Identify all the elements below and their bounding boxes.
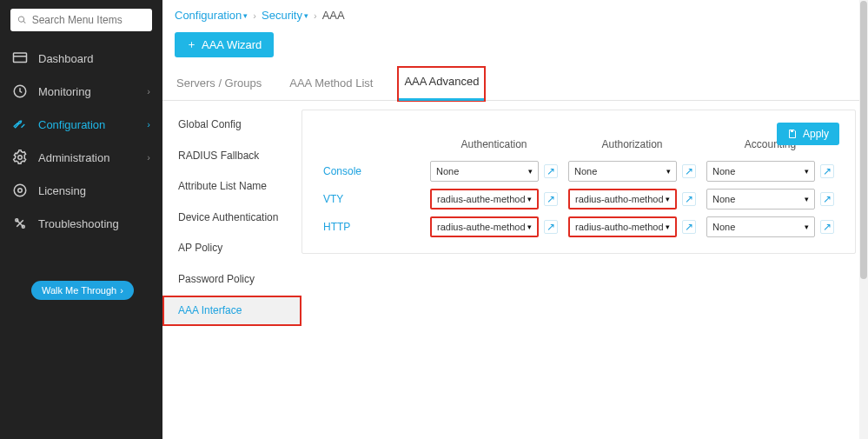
nav-item-configuration[interactable]: Configuration ›: [0, 108, 162, 141]
monitoring-icon: [12, 83, 28, 99]
tab-aaa-method-list[interactable]: AAA Method List: [288, 68, 374, 100]
svg-point-5: [18, 189, 23, 193]
col-header-authn: Authentication: [425, 138, 563, 157]
aaa-wizard-button[interactable]: AAA Wizard: [175, 32, 274, 57]
walk-me-through-button[interactable]: Walk Me Through ›: [31, 281, 134, 300]
select-vty-authn[interactable]: radius-authe-method ▾: [430, 189, 539, 210]
popout-icon[interactable]: ↗: [544, 220, 558, 234]
vertical-scrollbar[interactable]: [859, 0, 868, 439]
subnav-attribute-list-name[interactable]: Attribute List Name: [162, 171, 301, 203]
row-label-http[interactable]: HTTP: [323, 221, 350, 233]
nav-item-licensing[interactable]: Licensing: [0, 174, 162, 207]
caret-down-icon: ▾: [243, 11, 248, 20]
popout-icon[interactable]: ↗: [820, 220, 834, 234]
workarea: Global Config RADIUS Fallback Attribute …: [162, 101, 868, 439]
breadcrumb-sep: ›: [314, 10, 317, 21]
subnav: Global Config RADIUS Fallback Attribute …: [162, 101, 301, 439]
select-vty-authz[interactable]: radius-autho-method ▾: [568, 189, 677, 210]
nav-item-monitoring[interactable]: Monitoring ›: [0, 75, 162, 108]
select-value: None: [574, 166, 597, 176]
search-box[interactable]: [10, 9, 152, 31]
row-label-vty[interactable]: VTY: [323, 193, 343, 205]
breadcrumb: Configuration ▾ › Security ▾ › AAA: [162, 0, 868, 25]
subnav-ap-policy[interactable]: AP Policy: [162, 233, 301, 264]
nav-label: Monitoring: [38, 85, 91, 98]
caret-down-icon: ▾: [805, 223, 809, 231]
save-icon: [787, 129, 798, 139]
breadcrumb-label: Configuration: [175, 9, 242, 22]
breadcrumb-label: Security: [262, 9, 302, 22]
breadcrumb-configuration[interactable]: Configuration ▾: [175, 9, 248, 22]
apply-button[interactable]: Apply: [777, 123, 839, 145]
table-row: HTTP radius-authe-method ▾ ↗ radius-auth…: [318, 213, 839, 241]
select-value: radius-authe-method: [437, 194, 526, 204]
caret-down-icon: ▾: [527, 195, 532, 203]
select-value: None: [436, 166, 459, 176]
select-http-authz[interactable]: radius-autho-method ▾: [568, 216, 677, 237]
caret-down-icon: ▾: [805, 167, 809, 176]
caret-down-icon: ▾: [805, 195, 809, 203]
select-console-authz[interactable]: None ▾: [568, 161, 677, 182]
caret-down-icon: ▾: [304, 11, 308, 20]
main: Configuration ▾ › Security ▾ › AAA AAA W…: [162, 0, 868, 439]
table-row: Console None ▾ ↗ None ▾ ↗ None ▾ ↗: [318, 157, 839, 185]
subnav-radius-fallback[interactable]: RADIUS Fallback: [162, 141, 301, 172]
svg-rect-0: [14, 53, 27, 63]
svg-point-3: [18, 156, 23, 160]
subnav-password-policy[interactable]: Password Policy: [162, 264, 301, 296]
subnav-device-authentication[interactable]: Device Authentication: [162, 203, 301, 234]
dashboard-icon: [12, 50, 28, 66]
caret-down-icon: ▾: [666, 195, 670, 203]
tabs: Servers / Groups AAA Method List AAA Adv…: [162, 68, 868, 101]
caret-down-icon: ▾: [666, 223, 670, 231]
breadcrumb-security[interactable]: Security ▾: [262, 9, 308, 22]
popout-icon[interactable]: ↗: [820, 164, 834, 178]
licensing-icon: [12, 183, 28, 198]
col-header-authz: Authorization: [563, 138, 701, 157]
search-input[interactable]: [32, 14, 145, 26]
breadcrumb-current: AAA: [322, 9, 345, 22]
chevron-right-icon: ›: [147, 86, 150, 96]
table-row: VTY radius-authe-method ▾ ↗ radius-autho…: [318, 185, 839, 213]
nav-label: Configuration: [38, 118, 105, 131]
caret-down-icon: ▾: [527, 223, 532, 231]
select-value: None: [712, 194, 735, 204]
select-http-acct[interactable]: None ▾: [706, 216, 815, 237]
nav-label: Troubleshooting: [38, 217, 119, 230]
popout-icon[interactable]: ↗: [544, 192, 558, 206]
caret-down-icon: ▾: [528, 167, 533, 176]
search-icon: [17, 15, 27, 25]
nav-item-administration[interactable]: Administration ›: [0, 141, 162, 174]
tab-aaa-advanced[interactable]: AAA Advanced: [399, 68, 484, 100]
nav-label: Dashboard: [38, 52, 94, 65]
breadcrumb-sep: ›: [253, 10, 256, 21]
select-value: radius-authe-method: [437, 222, 526, 232]
popout-icon[interactable]: ↗: [682, 220, 696, 234]
svg-rect-8: [791, 130, 793, 133]
caret-down-icon: ▾: [666, 167, 671, 176]
config-panel: Apply Authentication Authorization Accou…: [301, 110, 856, 254]
wizard-label: AAA Wizard: [202, 38, 262, 51]
select-console-authn[interactable]: None ▾: [430, 161, 539, 182]
popout-icon[interactable]: ↗: [682, 192, 696, 206]
select-vty-acct[interactable]: None ▾: [706, 189, 815, 210]
aaa-interface-grid: Authentication Authorization Accounting …: [318, 138, 839, 241]
walk-label: Walk Me Through: [42, 285, 116, 296]
nav-item-dashboard[interactable]: Dashboard: [0, 42, 162, 75]
chevron-right-icon: ›: [147, 119, 150, 130]
subnav-global-config[interactable]: Global Config: [162, 110, 301, 141]
row-label-console[interactable]: Console: [323, 165, 361, 177]
popout-icon[interactable]: ↗: [544, 164, 558, 178]
administration-icon: [12, 150, 28, 165]
popout-icon[interactable]: ↗: [820, 192, 834, 206]
subnav-aaa-interface[interactable]: AAA Interface: [162, 296, 301, 327]
popout-icon[interactable]: ↗: [682, 164, 696, 178]
tab-servers-groups[interactable]: Servers / Groups: [175, 68, 263, 100]
scroll-thumb[interactable]: [860, 1, 867, 279]
select-http-authn[interactable]: radius-authe-method ▾: [430, 216, 539, 237]
select-value: None: [712, 166, 735, 176]
nav-item-troubleshooting[interactable]: Troubleshooting: [0, 207, 162, 240]
nav-list: Dashboard Monitoring › Configuration › A…: [0, 42, 162, 240]
plus-icon: [187, 40, 196, 50]
select-console-acct[interactable]: None ▾: [706, 161, 815, 182]
